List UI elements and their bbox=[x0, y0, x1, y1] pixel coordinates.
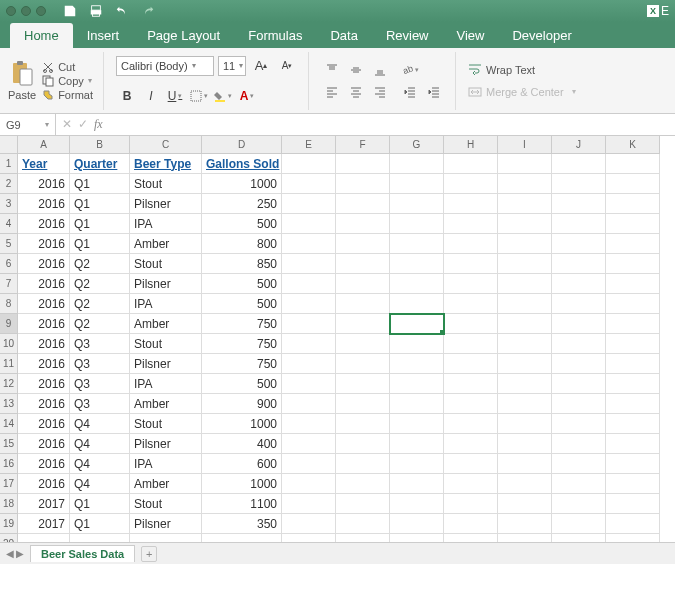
cell-A13[interactable]: 2016 bbox=[18, 394, 70, 414]
cell-C7[interactable]: Pilsner bbox=[130, 274, 202, 294]
cell-J10[interactable] bbox=[552, 334, 606, 354]
format-painter-button[interactable]: Format bbox=[42, 89, 93, 101]
cell-J15[interactable] bbox=[552, 434, 606, 454]
cell-E2[interactable] bbox=[282, 174, 336, 194]
cell-I1[interactable] bbox=[498, 154, 552, 174]
cell-F9[interactable] bbox=[336, 314, 390, 334]
cell-E10[interactable] bbox=[282, 334, 336, 354]
cell-C9[interactable]: Amber bbox=[130, 314, 202, 334]
cell-F18[interactable] bbox=[336, 494, 390, 514]
underline-button[interactable]: U bbox=[164, 86, 186, 106]
cell-G14[interactable] bbox=[390, 414, 444, 434]
cell-J7[interactable] bbox=[552, 274, 606, 294]
cell-G6[interactable] bbox=[390, 254, 444, 274]
cell-C13[interactable]: Amber bbox=[130, 394, 202, 414]
cell-D1[interactable]: Gallons Sold bbox=[202, 154, 282, 174]
cell-F7[interactable] bbox=[336, 274, 390, 294]
cell-I5[interactable] bbox=[498, 234, 552, 254]
cell-C10[interactable]: Stout bbox=[130, 334, 202, 354]
select-all-corner[interactable] bbox=[0, 136, 18, 154]
cell-D3[interactable]: 250 bbox=[202, 194, 282, 214]
col-header-B[interactable]: B bbox=[70, 136, 130, 154]
cell-E1[interactable] bbox=[282, 154, 336, 174]
cell-J19[interactable] bbox=[552, 514, 606, 534]
cell-D18[interactable]: 1100 bbox=[202, 494, 282, 514]
cell-E19[interactable] bbox=[282, 514, 336, 534]
cell-K16[interactable] bbox=[606, 454, 660, 474]
cell-A10[interactable]: 2016 bbox=[18, 334, 70, 354]
redo-icon[interactable] bbox=[140, 3, 156, 19]
cell-H14[interactable] bbox=[444, 414, 498, 434]
cell-J17[interactable] bbox=[552, 474, 606, 494]
row-header-4[interactable]: 4 bbox=[0, 214, 18, 234]
cell-F5[interactable] bbox=[336, 234, 390, 254]
cell-F3[interactable] bbox=[336, 194, 390, 214]
cell-D8[interactable]: 500 bbox=[202, 294, 282, 314]
cell-C8[interactable]: IPA bbox=[130, 294, 202, 314]
cell-J5[interactable] bbox=[552, 234, 606, 254]
row-header-6[interactable]: 6 bbox=[0, 254, 18, 274]
col-header-A[interactable]: A bbox=[18, 136, 70, 154]
cell-E13[interactable] bbox=[282, 394, 336, 414]
cancel-formula-icon[interactable]: ✕ bbox=[62, 117, 72, 132]
cell-A8[interactable]: 2016 bbox=[18, 294, 70, 314]
cell-I9[interactable] bbox=[498, 314, 552, 334]
cell-B10[interactable]: Q3 bbox=[70, 334, 130, 354]
cell-E16[interactable] bbox=[282, 454, 336, 474]
row-header-11[interactable]: 11 bbox=[0, 354, 18, 374]
tab-developer[interactable]: Developer bbox=[498, 23, 585, 48]
cell-D14[interactable]: 1000 bbox=[202, 414, 282, 434]
cell-J13[interactable] bbox=[552, 394, 606, 414]
cell-J9[interactable] bbox=[552, 314, 606, 334]
accept-formula-icon[interactable]: ✓ bbox=[78, 117, 88, 132]
cell-G10[interactable] bbox=[390, 334, 444, 354]
cell-K3[interactable] bbox=[606, 194, 660, 214]
cell-G4[interactable] bbox=[390, 214, 444, 234]
cell-A19[interactable]: 2017 bbox=[18, 514, 70, 534]
row-header-5[interactable]: 5 bbox=[0, 234, 18, 254]
cell-A14[interactable]: 2016 bbox=[18, 414, 70, 434]
cell-D2[interactable]: 1000 bbox=[202, 174, 282, 194]
cell-G18[interactable] bbox=[390, 494, 444, 514]
align-right-icon[interactable] bbox=[369, 82, 391, 102]
cell-F10[interactable] bbox=[336, 334, 390, 354]
cell-A2[interactable]: 2016 bbox=[18, 174, 70, 194]
minimize-button[interactable] bbox=[21, 6, 31, 16]
fx-icon[interactable]: fx bbox=[94, 117, 103, 132]
cell-I3[interactable] bbox=[498, 194, 552, 214]
cell-H2[interactable] bbox=[444, 174, 498, 194]
cell-I6[interactable] bbox=[498, 254, 552, 274]
cell-I13[interactable] bbox=[498, 394, 552, 414]
cell-F16[interactable] bbox=[336, 454, 390, 474]
cell-C3[interactable]: Pilsner bbox=[130, 194, 202, 214]
cell-C17[interactable]: Amber bbox=[130, 474, 202, 494]
tab-formulas[interactable]: Formulas bbox=[234, 23, 316, 48]
cell-I7[interactable] bbox=[498, 274, 552, 294]
cell-K9[interactable] bbox=[606, 314, 660, 334]
row-header-18[interactable]: 18 bbox=[0, 494, 18, 514]
cell-J14[interactable] bbox=[552, 414, 606, 434]
cell-D9[interactable]: 750 bbox=[202, 314, 282, 334]
cell-D12[interactable]: 500 bbox=[202, 374, 282, 394]
cell-F19[interactable] bbox=[336, 514, 390, 534]
cell-H8[interactable] bbox=[444, 294, 498, 314]
cell-J16[interactable] bbox=[552, 454, 606, 474]
wrap-text-button[interactable]: Wrap Text bbox=[468, 63, 535, 77]
print-icon[interactable] bbox=[88, 3, 104, 19]
col-header-F[interactable]: F bbox=[336, 136, 390, 154]
col-header-E[interactable]: E bbox=[282, 136, 336, 154]
close-button[interactable] bbox=[6, 6, 16, 16]
col-header-C[interactable]: C bbox=[130, 136, 202, 154]
cell-F12[interactable] bbox=[336, 374, 390, 394]
row-header-12[interactable]: 12 bbox=[0, 374, 18, 394]
cell-G1[interactable] bbox=[390, 154, 444, 174]
cell-G5[interactable] bbox=[390, 234, 444, 254]
cell-G3[interactable] bbox=[390, 194, 444, 214]
cell-F8[interactable] bbox=[336, 294, 390, 314]
row-header-7[interactable]: 7 bbox=[0, 274, 18, 294]
cell-A4[interactable]: 2016 bbox=[18, 214, 70, 234]
cell-K10[interactable] bbox=[606, 334, 660, 354]
cell-I2[interactable] bbox=[498, 174, 552, 194]
tab-page-layout[interactable]: Page Layout bbox=[133, 23, 234, 48]
cell-E7[interactable] bbox=[282, 274, 336, 294]
